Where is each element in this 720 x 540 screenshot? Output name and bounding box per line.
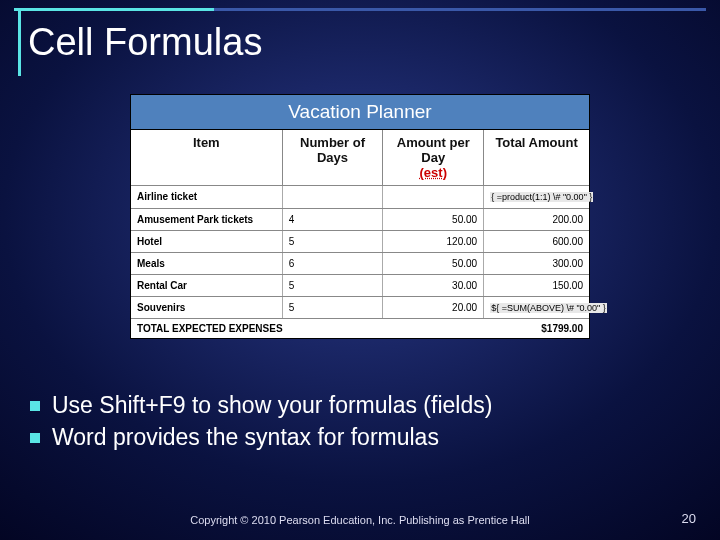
- total-value: $1799.00: [484, 319, 589, 338]
- table-row: Rental Car530.00150.00: [131, 274, 589, 296]
- title-container: Cell Formulas: [14, 11, 214, 70]
- header-item: Item: [131, 130, 282, 186]
- cell-days: 4: [282, 208, 383, 230]
- slide-title: Cell Formulas: [28, 11, 214, 70]
- cell-amount: [383, 186, 484, 208]
- cell-item: Airline ticket: [131, 186, 282, 208]
- table-row: Amusement Park tickets450.00200.00: [131, 208, 589, 230]
- cell-amount: 20.00: [383, 296, 484, 318]
- cell-amount: 50.00: [383, 252, 484, 274]
- cell-days: 5: [282, 230, 383, 252]
- cell-amount: 50.00: [383, 208, 484, 230]
- planner-total-row: TOTAL EXPECTED EXPENSES $1799.00: [131, 319, 589, 338]
- header-amount-est: (est): [420, 165, 447, 180]
- header-total: Total Amount: [484, 130, 589, 186]
- field-code: ${ =SUM(ABOVE) \# "0.00" }: [490, 303, 607, 313]
- cell-days: [282, 186, 383, 208]
- planner-caption: Vacation Planner: [131, 95, 589, 130]
- bullet-list: Use Shift+F9 to show your formulas (fiel…: [30, 392, 700, 455]
- header-amount-text: Amount per Day: [397, 135, 470, 165]
- table-row: Hotel5120.00600.00: [131, 230, 589, 252]
- field-code: { =product(1:1) \# "0.00" }: [490, 192, 593, 202]
- cell-item: Souvenirs: [131, 296, 282, 318]
- table-row: Souvenirs520.00${ =SUM(ABOVE) \# "0.00" …: [131, 296, 589, 318]
- cell-total: ${ =SUM(ABOVE) \# "0.00" }: [484, 296, 589, 318]
- cell-total: { =product(1:1) \# "0.00" }: [484, 186, 589, 208]
- page-number: 20: [682, 511, 696, 526]
- planner-header-row: Item Number of Days Amount per Day (est)…: [131, 130, 589, 186]
- planner-data-rows: Airline ticket{ =product(1:1) \# "0.00" …: [131, 186, 589, 319]
- cell-item: Amusement Park tickets: [131, 208, 282, 230]
- cell-item: Hotel: [131, 230, 282, 252]
- cell-total: 150.00: [484, 274, 589, 296]
- total-label: TOTAL EXPECTED EXPENSES: [131, 319, 484, 338]
- square-bullet-icon: [30, 401, 40, 411]
- cell-days: 5: [282, 296, 383, 318]
- cell-total: 300.00: [484, 252, 589, 274]
- cell-days: 5: [282, 274, 383, 296]
- cell-amount: 30.00: [383, 274, 484, 296]
- table-row: Meals650.00300.00: [131, 252, 589, 274]
- cell-item: Rental Car: [131, 274, 282, 296]
- list-item: Use Shift+F9 to show your formulas (fiel…: [30, 392, 700, 420]
- cell-total: 200.00: [484, 208, 589, 230]
- table-row: Airline ticket{ =product(1:1) \# "0.00" …: [131, 186, 589, 208]
- vacation-planner-table: Vacation Planner Item Number of Days Amo…: [130, 94, 590, 339]
- list-item: Word provides the syntax for formulas: [30, 424, 700, 452]
- bullet-text: Use Shift+F9 to show your formulas (fiel…: [52, 392, 492, 420]
- header-amount: Amount per Day (est): [383, 130, 484, 186]
- bullet-text: Word provides the syntax for formulas: [52, 424, 439, 452]
- header-days: Number of Days: [282, 130, 383, 186]
- title-vertical-bar: [18, 8, 21, 76]
- cell-amount: 120.00: [383, 230, 484, 252]
- copyright-footer: Copyright © 2010 Pearson Education, Inc.…: [0, 514, 720, 526]
- cell-total: 600.00: [484, 230, 589, 252]
- cell-days: 6: [282, 252, 383, 274]
- cell-item: Meals: [131, 252, 282, 274]
- square-bullet-icon: [30, 433, 40, 443]
